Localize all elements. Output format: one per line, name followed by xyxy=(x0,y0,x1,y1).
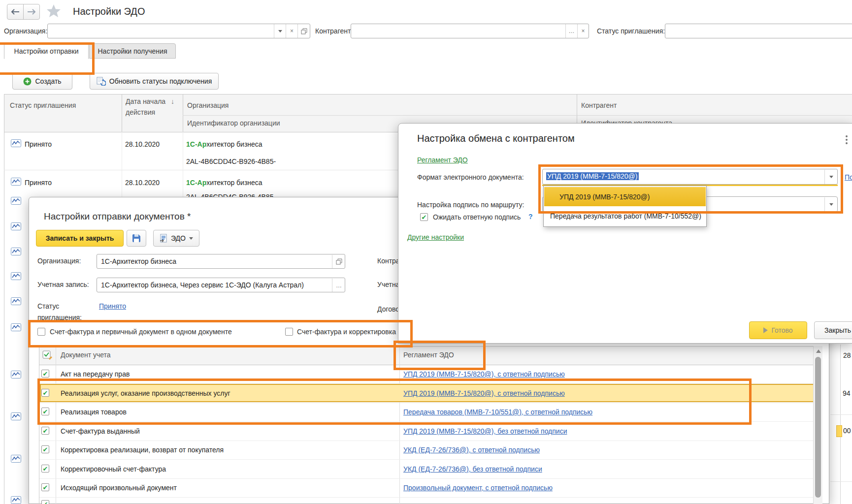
kebab-menu-icon[interactable] xyxy=(845,135,849,146)
po-link[interactable]: По xyxy=(845,173,852,181)
row-enabled-checkbox[interactable] xyxy=(41,500,49,504)
status-icon xyxy=(11,496,21,504)
save-button[interactable] xyxy=(127,230,146,247)
doc-type-cell: Реализация услуг, оказание производствен… xyxy=(61,389,230,397)
status-icon xyxy=(11,455,21,463)
account-field[interactable]: 1С-Архитектор бизнеса, Через сервис 1С-Э… xyxy=(97,278,345,292)
org-filter-clear-icon[interactable]: × xyxy=(286,24,297,38)
dropdown-option[interactable]: Передача результатов работ (ММВ-7-10/552… xyxy=(544,206,706,225)
start-date-value: 28.10.2020 xyxy=(125,179,160,187)
row-enabled-checkbox[interactable] xyxy=(41,483,49,491)
org-filter-input[interactable] xyxy=(47,24,310,38)
invoice-primary-one-doc-checkbox[interactable] xyxy=(37,328,45,336)
row-enabled-checkbox[interactable] xyxy=(41,370,49,378)
create-button[interactable]: Создать xyxy=(12,73,72,90)
org-field[interactable]: 1С-Архитектор бизнеса xyxy=(97,254,345,269)
help-icon[interactable]: ? xyxy=(528,213,533,220)
format-label: Формат электронного документа: xyxy=(417,173,524,181)
account-select-icon[interactable]: … xyxy=(332,279,345,292)
row-enabled-checkbox[interactable] xyxy=(41,427,49,435)
row-enabled-checkbox[interactable] xyxy=(41,465,49,472)
counterparty-filter-clear-icon[interactable]: × xyxy=(578,24,589,38)
status-icon xyxy=(11,297,21,305)
reglament-link[interactable]: УКД (ЕД-7-26/736@), без ответной подписи xyxy=(403,465,542,473)
col-organization-id[interactable]: Идентификатор организации xyxy=(187,119,280,127)
org-open-icon[interactable] xyxy=(332,255,345,268)
doc-table-scrollbar[interactable] xyxy=(813,346,822,504)
account-field-value: 1С-Архитектор бизнеса, Через сервис 1С-Э… xyxy=(101,281,304,289)
tab-send-settings-label: Настройки отправки xyxy=(14,47,79,55)
truncated-cell-fragment: 00 xyxy=(843,427,851,435)
reglament-link[interactable]: УКД (ЕД-7-26/736@), с ответной подписью xyxy=(403,446,540,454)
done-button-label: Готово xyxy=(771,326,792,334)
account-field-label: Учетная запись: xyxy=(37,281,89,288)
col-counterparty[interactable]: Контрагент xyxy=(581,101,617,109)
dropdown-option-selected[interactable]: УПД 2019 (ММВ-7-15/820@) xyxy=(544,187,706,206)
other-settings-link[interactable]: Другие настройки xyxy=(407,233,464,241)
refresh-statuses-button-label: Обновить статусы подключения xyxy=(109,77,212,85)
status-icon xyxy=(11,222,21,230)
create-button-label: Создать xyxy=(35,77,61,85)
col-invite-status[interactable]: Статус приглашения xyxy=(10,101,76,109)
invoice-correction-label: Счет-фактура и корректировка xyxy=(297,328,396,336)
edo-menu-button[interactable]: ЭДО xyxy=(153,230,199,247)
route-dropdown-icon[interactable] xyxy=(825,197,838,212)
close-button-label: Закрыть xyxy=(824,326,851,334)
col-start-date-line2: действия xyxy=(126,108,155,116)
counterparty-filter-input[interactable] xyxy=(351,24,589,38)
contract-field-label: Догово xyxy=(377,305,399,313)
scrollbar-thumb[interactable] xyxy=(815,357,821,498)
reglament-link[interactable]: Произвольный документ, с ответной подпис… xyxy=(403,484,553,492)
invite-status-link[interactable]: Принято xyxy=(99,302,126,310)
reglament-link[interactable]: УПД 2019 (ММВ-7-15/820@), с ответной под… xyxy=(403,389,565,397)
col-organization[interactable]: Организация xyxy=(187,101,229,109)
tab-send-settings[interactable]: Настройки отправки xyxy=(4,43,89,59)
col-edo-reglament[interactable]: Регламент ЭДО xyxy=(403,351,454,359)
save-and-close-button[interactable]: Записать и закрыть xyxy=(36,230,124,247)
invite-status-value: Принято xyxy=(25,140,52,148)
reglament-edo-link[interactable]: Регламент ЭДО xyxy=(417,156,468,164)
scroll-up-icon[interactable] xyxy=(816,349,821,353)
select-all-icon[interactable] xyxy=(42,350,52,360)
row-enabled-checkbox[interactable] xyxy=(41,408,49,415)
reglament-link[interactable]: УПД 2019 (ММВ-7-15/820@), с ответной под… xyxy=(403,370,565,378)
counterparty-filter-label: Контрагент: xyxy=(315,27,353,35)
plus-icon xyxy=(23,77,32,86)
route-signature-label: Настройка подпись по маршруту: xyxy=(417,201,524,209)
exchange-settings-dialog: Настройка обмена с контрагентом Регламен… xyxy=(398,123,852,344)
org-filter-dropdown-icon[interactable] xyxy=(274,24,286,38)
row-enabled-checkbox[interactable] xyxy=(41,445,49,453)
refresh-statuses-button[interactable]: Обновить статусы подключения xyxy=(90,73,219,90)
col-doc-type[interactable]: Документ учета xyxy=(61,351,111,359)
chevron-down-icon xyxy=(189,237,193,240)
wait-signature-checkbox[interactable] xyxy=(420,213,428,221)
format-dropdown-icon[interactable] xyxy=(825,170,838,184)
invite-status-filter-input[interactable] xyxy=(665,24,852,38)
back-button[interactable] xyxy=(7,4,24,20)
status-icon xyxy=(11,272,21,280)
edo-document-icon xyxy=(160,234,167,243)
arrow-right-icon xyxy=(27,9,36,15)
org-filter-open-icon[interactable] xyxy=(298,24,310,38)
close-button[interactable]: Закрыть xyxy=(814,321,852,339)
status-icon xyxy=(11,412,21,420)
format-combobox[interactable]: УПД 2019 (ММВ-7-15/820@) xyxy=(542,169,838,185)
done-button[interactable]: Готово xyxy=(749,321,807,339)
counterparty-filter-select-icon[interactable]: … xyxy=(566,24,577,38)
col-start-date-line1[interactable]: Дата начала xyxy=(126,97,165,105)
status-icon xyxy=(11,197,21,205)
forward-button[interactable] xyxy=(23,4,40,20)
sort-descending-icon[interactable]: ↓ xyxy=(171,97,174,105)
tab-receive-settings[interactable]: Настройки получения xyxy=(89,43,176,59)
reglament-link[interactable]: Передача товаров (ММВ-7-10/551@), с отве… xyxy=(403,408,592,416)
reglament-link[interactable]: УПД 2019 (ММВ-7-15/820@), без ответной п… xyxy=(403,427,567,435)
invoice-correction-checkbox[interactable] xyxy=(285,328,293,336)
favorite-star-icon[interactable] xyxy=(46,4,61,20)
save-icon xyxy=(132,234,141,243)
format-value-selected: УПД 2019 (ММВ-7-15/820@) xyxy=(546,172,639,180)
organization-value: 1С-Архитектор бизнеса xyxy=(186,179,262,187)
row-enabled-checkbox[interactable] xyxy=(41,389,49,397)
status-icon xyxy=(11,248,21,255)
doc-type-cell: Счет-фактура выданный xyxy=(61,427,140,435)
format-dropdown-list: УПД 2019 (ММВ-7-15/820@) Передача резуль… xyxy=(543,186,707,227)
